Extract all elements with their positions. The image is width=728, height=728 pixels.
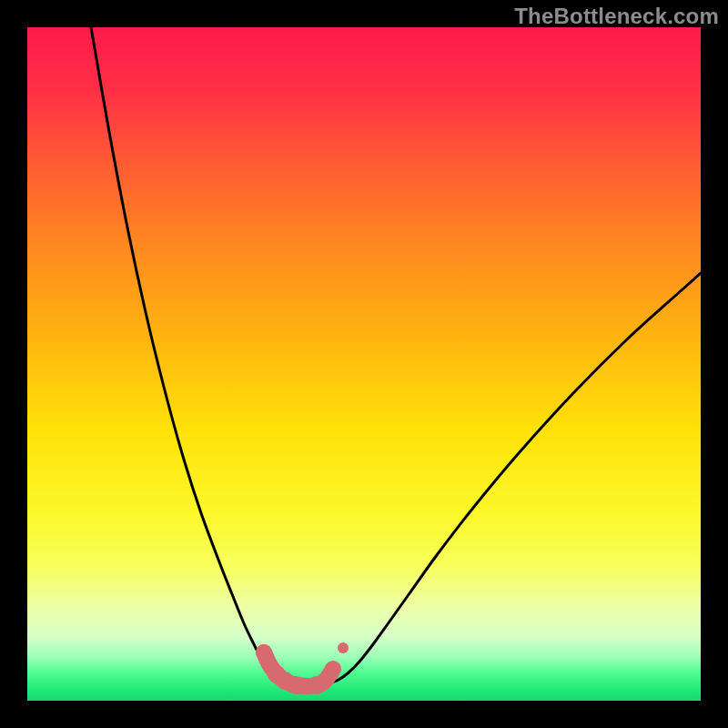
chart-frame: TheBottleneck.com (0, 0, 728, 728)
marker-dot (287, 676, 305, 694)
marker-dot (327, 662, 339, 675)
chart-svg (27, 27, 701, 701)
watermark-text: TheBottleneck.com (514, 4, 719, 29)
chart-plot-area (27, 27, 701, 701)
marker-dot (338, 642, 349, 653)
chart-background (27, 27, 701, 701)
